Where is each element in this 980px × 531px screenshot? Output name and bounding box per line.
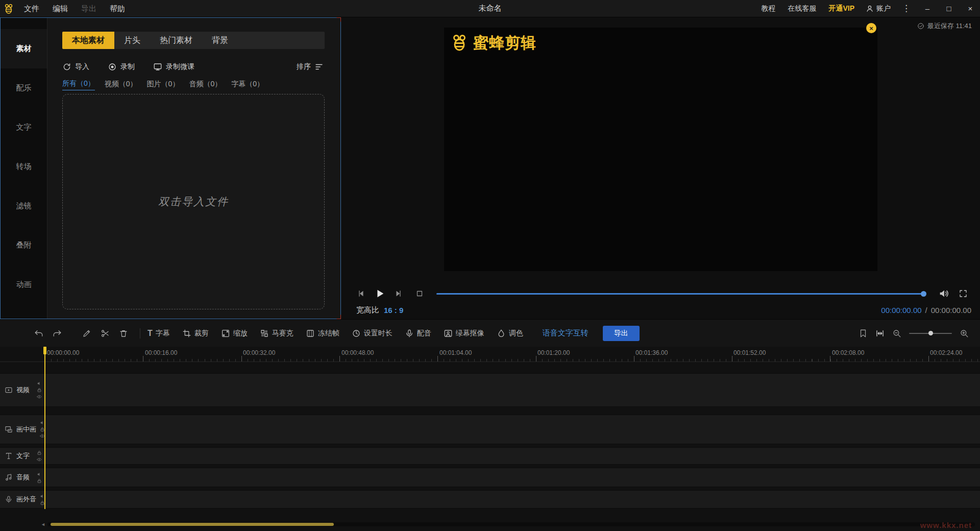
record-button[interactable]: 录制 [108,62,135,71]
seek-slider-handle[interactable] [921,291,926,297]
import-label: 导入 [75,62,89,71]
zoom-out-icon[interactable] [892,329,901,338]
tab-local-material[interactable]: 本地素材 [62,32,114,49]
track-video-header[interactable]: 视频 [0,374,45,406]
import-button[interactable]: 导入 [62,62,89,71]
export-button[interactable]: 导出 [603,326,640,341]
sidebar-item-overlay[interactable]: 叠附 [1,226,47,265]
more-menu-icon[interactable]: ⋮ [897,3,916,14]
timeline-zoom-handle[interactable] [928,331,933,335]
timeline-zoom-slider[interactable] [909,333,952,334]
filter-image[interactable]: 图片（0） [147,80,180,90]
ruler-label: 00:00:32.00 [243,349,275,356]
zoom-in-icon[interactable] [960,329,969,338]
play-button[interactable] [374,288,385,299]
screen-record-icon [153,62,162,71]
color-grade-tool-button[interactable]: 调色 [497,329,523,338]
video-viewport[interactable]: 蜜蜂剪辑 [444,28,877,271]
aspect-ratio-label: 宽高比 [356,305,379,315]
track-audio-lane[interactable] [45,468,980,487]
lock-icon[interactable] [37,478,42,484]
track-text-lane[interactable] [45,448,980,464]
sidebar-item-animation[interactable]: 动画 [1,265,47,304]
scrollbar-track[interactable] [47,522,975,526]
video-track-icon [5,386,13,394]
audio-track-icon [5,473,13,481]
track-voiceover-lane[interactable] [45,491,980,508]
freeze-frame-tool-button[interactable]: 冻结帧 [306,329,339,338]
sidebar-item-transition[interactable]: 转场 [1,147,47,186]
visibility-icon[interactable] [37,394,42,399]
scrollbar-thumb[interactable] [51,523,334,526]
app-bee-logo-icon[interactable] [0,3,17,14]
scale-tool-button[interactable]: 缩放 [221,329,248,338]
track-video-lane[interactable] [45,374,980,406]
menu-help[interactable]: 帮助 [103,0,132,17]
track-pip-lane[interactable] [45,415,980,444]
filter-audio[interactable]: 音频（0） [189,80,222,90]
sidebar-item-material[interactable]: 素材 [1,29,47,68]
next-frame-button[interactable] [394,289,403,298]
tab-hot-material[interactable]: 热门素材 [150,32,202,49]
split-scissors-button[interactable] [96,324,114,343]
lock-icon[interactable] [37,388,42,393]
filter-subtitle[interactable]: 字幕（0） [231,80,264,90]
record-lesson-button[interactable]: 录制微课 [153,62,194,71]
visibility-icon[interactable] [37,457,42,462]
tutorial-link[interactable]: 教程 [756,4,780,13]
track-voiceover: 画外音 [0,490,980,509]
tab-intro[interactable]: 片头 [114,32,150,49]
set-duration-tool-button[interactable]: 设置时长 [352,329,393,338]
sort-button[interactable]: 排序 [297,62,324,71]
sidebar-item-music[interactable]: 配乐 [1,68,47,108]
subtitle-tool-button[interactable]: T 字幕 [148,329,170,338]
stop-button[interactable] [415,289,424,298]
filter-video[interactable]: 视频（0） [105,80,137,90]
ruler-label: 00:01:52.00 [733,349,766,356]
crop-tool-button[interactable]: 裁剪 [182,329,209,338]
aspect-ratio-value[interactable]: 16 : 9 [384,306,403,315]
current-time: 00:00:00.00 [881,306,921,315]
preview-close-icon[interactable]: × [866,23,876,33]
mosaic-tool-button[interactable]: 马赛克 [260,329,293,338]
support-link[interactable]: 在线客服 [782,4,821,13]
menu-export[interactable]: 导出 [75,0,103,17]
lock-icon[interactable] [37,450,42,455]
menu-file[interactable]: 文件 [17,0,46,17]
filter-all[interactable]: 所有（0） [62,79,95,90]
menu-edit[interactable]: 编辑 [46,0,75,17]
previous-frame-button[interactable] [356,289,365,298]
close-window-button[interactable]: × [961,0,980,17]
track-pip-header[interactable]: 画中画 [0,415,45,444]
maximize-button[interactable]: □ [939,0,959,17]
chroma-key-tool-button[interactable]: 绿幕抠像 [444,329,484,338]
account-button[interactable]: 账户 [862,4,895,13]
volume-icon[interactable] [938,288,949,299]
mute-icon[interactable] [37,472,42,477]
playhead[interactable] [44,347,45,509]
undo-button[interactable] [30,324,48,343]
speech-to-text-button[interactable]: 语音文字互转 [543,328,589,338]
edit-pencil-button[interactable] [78,324,96,343]
ruler-label: 00:01:20.00 [537,349,570,356]
sidebar-item-text[interactable]: 文字 [1,108,47,147]
sidebar-item-filter[interactable]: 滤镜 [1,186,47,226]
track-voiceover-header[interactable]: 画外音 [0,491,45,508]
fit-timeline-icon[interactable] [875,329,885,338]
marker-icon[interactable] [859,329,868,338]
scroll-left-icon[interactable]: ◄ [41,522,45,527]
vip-button[interactable]: 开通VIP [823,4,860,13]
delete-button[interactable] [114,324,133,343]
mute-icon[interactable] [37,381,42,386]
dub-tool-button[interactable]: 配音 [405,329,431,338]
fullscreen-icon[interactable] [959,289,968,298]
track-text-header[interactable]: 文字 [0,448,45,464]
timeline-ruler[interactable]: 00:00:00.00 00:00:16.00 00:00:32.00 00:0… [0,347,980,362]
seek-slider[interactable] [436,293,926,295]
tab-background[interactable]: 背景 [202,32,238,49]
import-dropzone[interactable]: 双击导入文件 [62,94,325,309]
track-audio-header[interactable]: 音频 [0,468,45,487]
redo-button[interactable] [48,324,66,343]
track-video-toggles [37,381,42,399]
minimize-button[interactable]: – [918,0,937,17]
